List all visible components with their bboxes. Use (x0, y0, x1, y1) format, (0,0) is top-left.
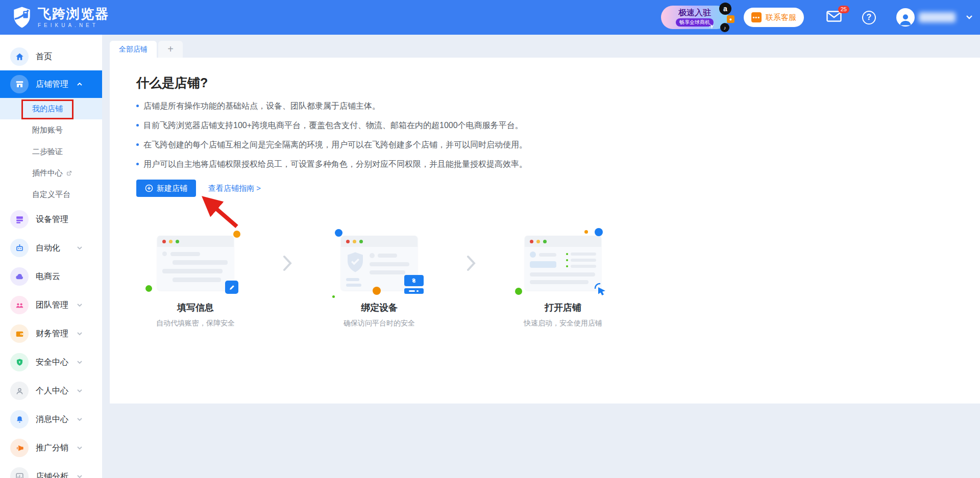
user-avatar[interactable] (896, 8, 915, 27)
skeleton-block (530, 261, 556, 268)
sidebar-subitem-my-stores[interactable]: 我的店铺 (0, 98, 102, 119)
edit-pencil-icon (225, 281, 238, 294)
tiktok-icon: ♪ (720, 23, 729, 32)
subitem-label: 二步验证 (32, 147, 63, 157)
skeleton-line (571, 265, 596, 268)
bullet-text: 用户可以自主地将店铺权限授权给员工，可设置多种角色，分别对应不同权限，并且能批量… (143, 160, 527, 168)
tab-strip: 全部店铺 + (102, 35, 980, 58)
actions-row: 新建店铺 查看店铺指南 > (136, 180, 960, 197)
messages-button[interactable]: 25 (826, 10, 842, 24)
red-dot-icon (162, 240, 166, 243)
chevron-down-icon (77, 445, 83, 451)
skeleton-line (170, 252, 200, 256)
sidebar-subitem-custom-platform[interactable]: 自定义平台 (0, 184, 102, 205)
tab-all-stores[interactable]: 全部店铺 (110, 41, 157, 58)
sidebar-item-label: 店铺管理 (36, 79, 68, 90)
help-button[interactable]: ? (862, 11, 876, 24)
logo-text: 飞跨浏览器 FEIKUA.NET (38, 7, 109, 28)
user-menu-chevron-down-icon[interactable] (966, 15, 973, 20)
yellow-dot-icon (353, 240, 356, 243)
sidebar-item-label: 推广分销 (36, 443, 68, 454)
promo-banner[interactable]: 极速入驻 畅享全球商机 a ● ♪ ✈ (661, 6, 728, 29)
steps-row: 填写信息 自动代填账密，保障安全 (144, 236, 960, 328)
username-blurred[interactable] (919, 12, 955, 22)
new-store-button[interactable]: 新建店铺 (136, 180, 196, 197)
skeleton-line (571, 253, 596, 256)
chevron-right-icon (466, 255, 476, 271)
step-desc: 自动代填账密，保障安全 (156, 319, 235, 328)
sidebar-subitem-two-step-verification[interactable]: 二步验证 (0, 141, 102, 162)
chevron-up-icon (77, 81, 83, 87)
green-dot-icon (543, 240, 547, 243)
sidebar-item-store-analysis[interactable]: 店铺分析 (0, 462, 102, 478)
tab-add[interactable]: + (158, 41, 183, 58)
blue-dot-icon (595, 228, 603, 236)
store-guide-link[interactable]: 查看店铺指南 > (208, 184, 261, 193)
new-store-label: 新建店铺 (157, 184, 187, 193)
sidebar-item-promotion[interactable]: 推广分销 (0, 434, 102, 462)
plus-circle-icon (145, 184, 153, 192)
skeleton-line (370, 270, 405, 274)
browser-body (157, 247, 234, 287)
cursor-click-icon (592, 281, 608, 299)
bullet-text: 在飞跨创建的每个店铺互相之间是完全隔离的环境，用户可以在飞跨创建多个店铺，并可以… (143, 140, 527, 149)
bullet-item: 在飞跨创建的每个店铺互相之间是完全隔离的环境，用户可以在飞跨创建多个店铺，并可以… (136, 140, 960, 149)
bullet-item: 目前飞跨浏览器店铺支持100+跨境电商平台，覆盖包含支付、物流、邮箱在内的超10… (136, 121, 960, 130)
sidebar-item-team-management[interactable]: 团队管理 (0, 291, 102, 319)
content-panel: 什么是店铺? 店铺是所有操作功能的基础站点，设备、团队都隶属于店铺主体。 目前飞… (110, 58, 980, 404)
team-icon (10, 296, 29, 314)
skeleton-line (173, 260, 228, 265)
sidebar-item-ecommerce-cloud[interactable]: 电商云 (0, 262, 102, 291)
plus-icon: + (167, 43, 174, 55)
logo-subtitle: FEIKUA.NET (38, 22, 109, 28)
bullet-dot-icon (136, 124, 139, 127)
bullet-item: 店铺是所有操作功能的基础站点，设备、团队都隶属于店铺主体。 (136, 102, 960, 110)
red-dot-icon (530, 240, 533, 243)
megaphone-icon (10, 439, 29, 457)
home-icon (10, 47, 29, 66)
subitem-label: 我的店铺 (32, 104, 63, 114)
sidebar-subitem-plugin-center[interactable]: 插件中心 (0, 162, 102, 184)
step-desc: 确保访问平台时的安全 (344, 319, 415, 328)
bullet-text: 目前飞跨浏览器店铺支持100+跨境电商平台，覆盖包含支付、物流、邮箱在内的超10… (143, 121, 523, 130)
sidebar-item-label: 电商云 (36, 271, 60, 282)
header-right-cluster: 极速入驻 畅享全球商机 a ● ♪ ✈ ••• 联系客服 25 ? (661, 6, 980, 29)
bell-icon (10, 410, 29, 429)
chevron-down-icon (77, 416, 83, 422)
sidebar-item-home[interactable]: 首页 (0, 43, 102, 70)
sidebar-item-device-management[interactable]: 设备管理 (0, 205, 102, 234)
skeleton-line (346, 278, 359, 281)
orange-dot-icon (373, 287, 381, 295)
bullet-list: 店铺是所有操作功能的基础站点，设备、团队都隶属于店铺主体。 目前飞跨浏览器店铺支… (136, 102, 960, 168)
step-title: 填写信息 (177, 301, 214, 314)
skeleton-line (346, 284, 361, 287)
tab-label: 全部店铺 (119, 45, 148, 54)
step-title: 打开店铺 (545, 301, 581, 314)
green-dot-icon (515, 288, 522, 295)
top-header: 飞跨浏览器 FEIKUA.NET 极速入驻 畅享全球商机 a ● ♪ ✈ •••… (0, 0, 980, 35)
browser-body (525, 247, 601, 289)
orange-dot-icon (584, 230, 588, 234)
sidebar-item-finance-management[interactable]: 财务管理 (0, 319, 102, 348)
chart-icon (10, 467, 29, 478)
bullet-item: 用户可以自主地将店铺权限授权给员工，可设置多种角色，分别对应不同权限，并且能批量… (136, 160, 960, 168)
sidebar-item-store-management[interactable]: 店铺管理 (0, 70, 102, 98)
orange-dot-icon (233, 231, 240, 238)
sidebar-item-security-center[interactable]: 安全中心 (0, 348, 102, 376)
sidebar-item-message-center[interactable]: 消息中心 (0, 405, 102, 434)
skeleton-circle (162, 251, 167, 256)
step-open-store: 打开店铺 快速启动，安全使用店铺 (512, 236, 614, 328)
chevron-down-icon (77, 302, 83, 308)
shield-icon (10, 353, 29, 371)
sidebar-item-personal-center[interactable]: 个人中心 (0, 376, 102, 405)
browser-titlebar (157, 236, 234, 247)
sidebar-subitem-extra-accounts[interactable]: 附加账号 (0, 119, 102, 141)
contact-support-button[interactable]: ••• 联系客服 (744, 8, 804, 27)
sidebar: 首页 店铺管理 我的店铺 附加账号 二步验证 插件中心 自定义平台 (0, 35, 102, 478)
step-desc: 快速启动，安全使用店铺 (524, 319, 602, 328)
sidebar-item-automation[interactable]: 自动化 (0, 234, 102, 262)
chevron-right-icon (282, 255, 292, 271)
app-logo[interactable]: 飞跨浏览器 FEIKUA.NET (0, 6, 109, 29)
green-dot-icon (145, 285, 152, 292)
skeleton-line (539, 253, 556, 257)
